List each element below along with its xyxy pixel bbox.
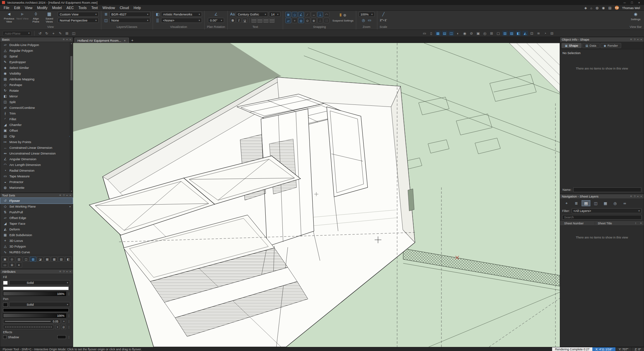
basic-tool-item[interactable]: ↻ Rotate (0, 88, 73, 93)
navigation-mode-icon[interactable]: ▦ (601, 200, 610, 206)
zoom-tool-icon[interactable]: ▭ (367, 18, 372, 23)
basic-tool-item[interactable]: △ Regular Polygon (0, 48, 73, 53)
basic-tool-item[interactable]: ◠ Arc Length Dimension (0, 162, 73, 168)
snap-toggle-icon[interactable]: ▱ (285, 18, 291, 23)
basic-tool-item[interactable]: ▱ Double-Line Polygon (0, 42, 73, 48)
toolset-tool-item[interactable]: ▱ Offset Edge (0, 215, 73, 221)
line-weight-dropdown-icon[interactable] (62, 319, 66, 323)
toolset-tool-item[interactable]: △ 3D Polygon (0, 244, 73, 249)
quick-pref-icon[interactable]: ◫ (448, 31, 454, 36)
quick-pref-icon[interactable]: ⊟ (549, 31, 555, 36)
quick-pref-icon[interactable]: ▢ (495, 31, 501, 36)
snap-toggle-icon[interactable]: ∴ (317, 18, 323, 23)
basic-tool-item[interactable]: ◢ Chamfer (0, 122, 73, 128)
toolset-category-icon[interactable]: ▭ (2, 262, 8, 267)
fill-style-dropdown[interactable]: Solid (9, 280, 70, 285)
snap-toggle-icon[interactable]: ◠ (324, 12, 329, 17)
snap-toggle-icon[interactable]: + (292, 18, 298, 23)
toolset-category-icon[interactable]: ◎ (9, 257, 15, 262)
user-avatar[interactable]: TW (615, 6, 619, 10)
sort-icon[interactable]: ↕ (633, 222, 638, 225)
suspend-snapping-icon[interactable]: ‖ (339, 13, 341, 17)
pen-color-bar[interactable] (3, 308, 69, 312)
quick-pref-icon[interactable]: ◐ (455, 31, 461, 36)
document-tab[interactable]: Holland AV Equipment Room... × (74, 38, 129, 43)
render-mode-dropdown[interactable]: Artistic Renderworks (161, 12, 202, 17)
view-nav-button[interactable]: ▦ Saved Views (43, 12, 56, 24)
view-nav-button[interactable]: ◊ Align Plane (29, 12, 43, 24)
toolset-category-icon[interactable]: ◧ (65, 257, 71, 262)
quick-pref-icon[interactable]: ▦ (435, 31, 441, 36)
object-name-input[interactable] (573, 187, 641, 192)
object-info-tab[interactable]: ◉ Render (600, 43, 622, 48)
line-weight-menu-icon[interactable] (67, 320, 70, 323)
quick-pref-icon[interactable]: ▤ (442, 31, 447, 36)
menubar-utility-icon[interactable]: ▤ (608, 6, 611, 10)
scale-value[interactable]: 2"=1' (380, 18, 387, 22)
mode-option-icon[interactable]: ⌖ (51, 31, 56, 36)
scroll-down-icon[interactable]: ▼ (70, 190, 73, 193)
menu-item[interactable]: Edit (12, 5, 22, 10)
palette-menu-icon[interactable]: ≡ (59, 194, 61, 197)
basic-tool-item[interactable]: ∤ Trim (0, 111, 73, 116)
snap-settings-gear-icon[interactable]: ⊛ (343, 13, 346, 17)
basic-tool-item[interactable]: ↭ Unconstrained Linear Dimension (0, 150, 73, 156)
render-status-badge[interactable]: Rendering Complete 0:27 (552, 347, 593, 351)
navigation-mode-icon[interactable]: ◎ (611, 200, 620, 206)
align-center-icon[interactable] (257, 18, 263, 23)
basic-tool-item[interactable]: ⇄ Connect/Combine (0, 105, 73, 111)
toolset-tool-item[interactable]: ↺ Flyover (0, 198, 73, 204)
align-right-icon[interactable] (263, 18, 269, 23)
quick-pref-icon[interactable]: ▨ (509, 31, 515, 36)
basic-tool-item[interactable]: ◍ Marionette (0, 185, 73, 190)
palette-menu-icon[interactable]: ≡ (63, 38, 65, 41)
quick-pref-icon[interactable]: ⊘ (469, 31, 474, 36)
toolset-category-icon[interactable]: ◪ (37, 257, 43, 262)
toolset-tool-item[interactable]: ▦ Edit Subdivision (0, 232, 73, 238)
shadow-checkbox[interactable] (3, 335, 7, 339)
quick-pref-icon[interactable]: ◧ (516, 31, 521, 36)
quick-pref-icon[interactable]: ◎ (482, 31, 488, 36)
zoom-tool-icon[interactable]: ◎ (361, 18, 366, 23)
toolset-tool-item[interactable]: + 3D Locus (0, 238, 73, 244)
pen-opacity-slider[interactable]: 100% (3, 313, 66, 318)
basic-tool-item[interactable]: ◈ Select Similar (0, 65, 73, 71)
toolset-tool-item[interactable]: ◇ Set Working Plane ▸ (0, 204, 73, 209)
auto-plane-dropdown[interactable]: Auto-Plane (3, 31, 32, 36)
toolset-category-icon[interactable]: ∗ (16, 262, 22, 267)
basic-tool-item[interactable]: ◜ Fillet (0, 116, 73, 122)
navigation-mode-icon[interactable]: ∞ (621, 200, 629, 206)
plan-rotation-field[interactable]: 0.00° (208, 18, 224, 23)
palette-close-icon[interactable]: × (640, 38, 642, 41)
toolset-category-icon[interactable]: ▤ (16, 257, 22, 262)
close-button[interactable]: × (638, 1, 640, 4)
scroll-up-icon[interactable]: ▲ (70, 42, 73, 45)
palette-help-icon[interactable]: ? (634, 38, 635, 41)
snap-toggle-icon[interactable]: ⊥ (317, 12, 323, 17)
line-marker-button[interactable] (61, 325, 66, 329)
quick-pref-icon[interactable]: ▭ (422, 31, 427, 36)
snap-toggle-icon[interactable]: ⊙ (305, 18, 310, 23)
quick-pref-icon[interactable]: ◭ (522, 31, 528, 36)
palette-menu-icon[interactable]: ≡ (630, 38, 632, 41)
fill-opacity-menu-icon[interactable] (67, 292, 70, 296)
font-size-dropdown[interactable]: 14 (269, 12, 280, 17)
object-info-tab[interactable]: ▤ Data (582, 43, 600, 48)
active-layer-dropdown[interactable]: BGR-4527 (109, 12, 150, 17)
quick-pref-icon[interactable]: ◔ (542, 31, 548, 36)
basic-tool-item[interactable]: ▭ Tape Measure (0, 173, 73, 179)
mode-option-icon[interactable]: ↺ (37, 31, 43, 36)
mode-option-icon[interactable]: ↻ (44, 31, 50, 36)
snap-toggle-icon[interactable]: ↔ (311, 12, 317, 17)
toolset-category-icon[interactable]: ◫ (23, 257, 29, 262)
quick-pref-icon[interactable]: ▥ (502, 31, 508, 36)
sheet-list-header[interactable]: Sheet Number Sheet Title ↕ ≡ (560, 221, 644, 226)
menu-item[interactable]: Help (131, 5, 143, 10)
basic-tool-item[interactable]: ◇ Reshape (0, 82, 73, 88)
palette-close-icon[interactable]: × (69, 38, 71, 41)
menu-item[interactable]: View (22, 5, 35, 10)
palette-pin-icon[interactable]: ▪ (66, 38, 67, 41)
active-class-dropdown[interactable]: None (109, 18, 150, 23)
view-mode-dropdown[interactable]: Custom View (58, 12, 99, 17)
snap-toggle-icon[interactable]: ◎ (298, 18, 304, 23)
